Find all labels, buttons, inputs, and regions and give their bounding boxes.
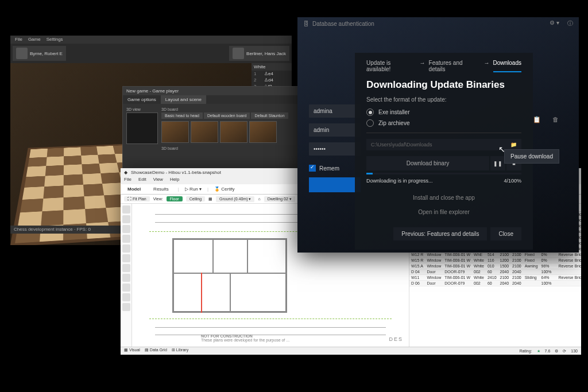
menu-view[interactable]: View [153,177,163,184]
table-row[interactable]: D 04DoorDOOR-0790026020402040100% [409,269,581,275]
checkbox-icon [309,165,316,172]
preset-basic[interactable]: Basic head to head [161,112,203,119]
cad-tool-palette [121,204,132,347]
window-icon: ◆ [124,170,127,175]
download-path-field[interactable]: C:\Users\yudaf\Downloads 📁 [366,139,521,150]
dwelling-select[interactable]: Dwelling 02 ▾ [264,196,295,202]
tab-model[interactable]: Model [124,185,144,193]
run-button[interactable]: ▷ Run ▾ [185,187,202,192]
gear-icon[interactable]: ⚙ [555,349,558,354]
table-row[interactable]: D 06DoorDOOR-0790026020402040100% [409,281,581,286]
shape-tool-icon[interactable] [122,284,130,292]
layer-tool-icon[interactable] [122,293,130,301]
menu-settings[interactable]: Settings [47,37,63,42]
tab-layout-scene[interactable]: Layout and scene [161,95,206,104]
chess-menubar: File Game Settings [10,36,292,44]
preset-staunton[interactable]: Default Staunton [251,112,288,119]
refresh-icon[interactable]: ⟳ [563,349,566,354]
updater-title: Database authentication [312,21,374,27]
move-row[interactable]: 2♙d4 [252,77,292,83]
player-left[interactable]: Byrne, Robert E [13,46,66,61]
preset-wooden[interactable]: Default wooden board [204,112,250,119]
tab-results[interactable]: Results [150,185,172,193]
copy-icon[interactable]: 📋 [533,116,542,125]
tab-game-options[interactable]: Game options [123,95,161,104]
folder-icon[interactable]: 📁 [510,142,517,148]
select-tool-icon[interactable] [122,205,130,214]
chess-player-bar: Byrne, Robert E Berliner, Hans Jack [10,44,292,63]
rating-label: Rating: [519,349,532,353]
download-binary-button[interactable]: Download binary [366,156,489,170]
zoom-tool-icon[interactable] [122,303,130,311]
star-icon: ★ [537,349,540,354]
login-button[interactable] [309,177,361,192]
username-field[interactable]: admina [309,104,361,118]
certify-button[interactable]: 🏅 Certify [214,187,234,192]
pan-tool-icon[interactable] [122,215,130,223]
table-row[interactable]: W15.AWindowTIM-008-01 WWhite01015002100A… [409,263,581,269]
download-percent: 4/100% [504,178,521,184]
password-field[interactable]: •••••• [309,142,361,156]
previous-button[interactable]: Previous: Features and details [393,227,487,240]
window-tool-icon[interactable] [122,244,130,253]
measure-tool-icon[interactable] [122,264,130,272]
info-icon[interactable]: ⓘ [567,20,573,28]
pause-button[interactable]: ❚❚ [490,156,505,170]
role-field[interactable]: admin [309,123,361,137]
table-row[interactable]: W11WindowTIM-006-01 WWhite241021002100Sl… [409,275,581,281]
updater-titlebar: 🗄 Database authentication ⚙ ▾ ⓘ [297,17,579,30]
trash-icon[interactable]: 🗑 [552,116,562,125]
table-row[interactable]: W15 RWindowTIM-008-01 WWhite11612002100F… [409,258,581,263]
radio-exe[interactable]: Exe installer [366,108,521,116]
ceiling-button[interactable]: Ceiling [186,196,205,201]
fit-plan-button[interactable]: ⛶ Fit Plan [124,196,150,201]
design-mark: DES [389,336,403,342]
dialog-title: New game - Game player [123,87,300,95]
player-name: Byrne, Robert E [30,51,63,56]
preview-thumb[interactable] [126,112,158,144]
status-tab-datagrid[interactable]: ▤ Data Grid [145,348,167,354]
section-3d-view: 3D view [126,107,158,111]
room-tool-icon[interactable] [122,254,130,262]
board-thumb[interactable] [220,121,247,143]
menu-file[interactable]: File [15,37,22,42]
radio-zip[interactable]: Zip archieve [366,119,521,127]
board-thumb[interactable] [161,121,189,143]
remember-checkbox[interactable]: Remem [309,165,361,172]
close-button[interactable]: Close [490,227,521,240]
menu-edit[interactable]: Edit [138,177,146,184]
board-thumb[interactable] [191,121,218,143]
database-icon: 🗄 [303,21,309,27]
menu-file[interactable]: File [124,177,131,184]
text-tool-icon[interactable] [122,274,130,282]
bc-step-active: Downloads [493,60,521,72]
layer-icon: ▦ [208,197,212,201]
avatar [16,48,28,59]
bc-step[interactable]: Update is available! [366,60,416,72]
table-row[interactable]: W12 RWindowTIM-008-01 WWhE51421002100Fix… [409,252,581,258]
bc-step[interactable]: Features and details [429,60,481,72]
status-tab-visual[interactable]: ▦ Visual [124,348,140,354]
player-right[interactable]: Berliner, Hans Jack [229,46,289,61]
view-label: View: [153,197,163,201]
ground-select[interactable]: Ground (0.40m) ▾ [216,196,254,202]
status-tab-library[interactable]: ⊞ Library [172,348,188,354]
rating-value: 7.6 [545,349,551,353]
menu-help[interactable]: Help [170,177,179,184]
avatar [233,48,244,59]
login-form: admina admin •••••• Remem [309,36,361,241]
open-explorer-button[interactable]: Open in file explorer [366,205,521,219]
install-button[interactable]: Install and close the app [366,191,521,205]
door-tool-icon[interactable] [122,235,130,243]
move-row[interactable]: 1♙e4 [252,71,292,77]
progress-fill [366,173,373,174]
tooltip: Pause download [504,149,559,164]
menu-game[interactable]: Game [28,37,41,42]
board-thumb[interactable] [249,121,277,143]
stamp: NOT FOR CONSTRUCTION [201,334,289,338]
wall-tool-icon[interactable] [122,225,130,233]
download-status: Downloading is in progress... [366,178,433,184]
zoom-value[interactable]: 130 [571,349,578,353]
floor-button[interactable]: Floor [167,196,183,201]
gear-icon[interactable]: ⚙ ▾ [550,20,559,28]
